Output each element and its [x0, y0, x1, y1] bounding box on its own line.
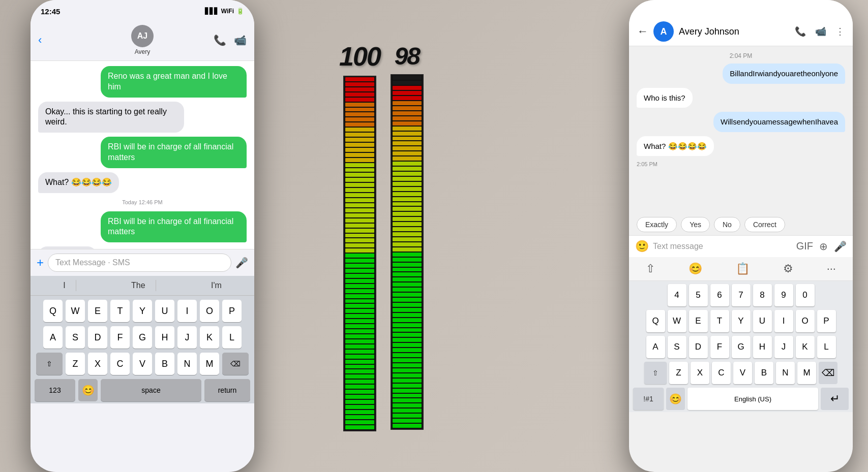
android-key-n[interactable]: N: [776, 362, 795, 384]
android-key-c[interactable]: C: [712, 362, 731, 384]
key-p[interactable]: P: [222, 300, 242, 322]
android-key-d[interactable]: D: [689, 336, 708, 358]
key-l[interactable]: L: [222, 326, 242, 349]
android-emoji-button[interactable]: 🙂: [635, 240, 649, 253]
mic-icon[interactable]: 🎤: [235, 257, 248, 269]
android-key-y[interactable]: Y: [732, 310, 751, 332]
android-key-emoji-b[interactable]: 😊: [666, 388, 685, 410]
key-h[interactable]: H: [155, 326, 174, 349]
key-c[interactable]: C: [110, 353, 130, 375]
key-j[interactable]: J: [177, 326, 197, 349]
key-y[interactable]: Y: [133, 300, 152, 322]
android-attach-icon[interactable]: ⊕: [819, 240, 828, 253]
add-attachment-button[interactable]: +: [37, 256, 44, 270]
android-tool-shift[interactable]: ⇧: [646, 262, 655, 275]
quick-reply-no[interactable]: No: [714, 217, 740, 232]
android-key-sym[interactable]: !#1: [633, 388, 664, 410]
key-b[interactable]: B: [155, 353, 174, 375]
android-key-b[interactable]: B: [755, 362, 773, 384]
key-s[interactable]: S: [66, 326, 85, 349]
predictive-bar: I The I'm: [31, 276, 254, 296]
key-x[interactable]: X: [88, 353, 107, 375]
key-t[interactable]: T: [110, 300, 130, 322]
key-delete[interactable]: ⌫: [222, 353, 249, 375]
android-tool-emoji[interactable]: 😊: [689, 262, 702, 275]
android-key-s[interactable]: S: [668, 336, 686, 358]
android-video-icon[interactable]: 📹: [815, 26, 826, 37]
android-key-l[interactable]: L: [817, 336, 836, 358]
android-key-h[interactable]: H: [753, 336, 772, 358]
android-key-m[interactable]: M: [797, 362, 816, 384]
message-input[interactable]: Text Message · SMS: [48, 254, 231, 272]
key-shift[interactable]: ⇧: [36, 353, 63, 375]
key-space[interactable]: space: [101, 379, 201, 401]
android-mic-icon[interactable]: 🎤: [834, 240, 847, 253]
key-n[interactable]: N: [177, 353, 197, 375]
key-f[interactable]: F: [110, 326, 130, 349]
android-key-f[interactable]: F: [710, 336, 729, 358]
android-key-o[interactable]: O: [796, 310, 815, 332]
android-key-j[interactable]: J: [774, 336, 793, 358]
android-key-a[interactable]: A: [646, 336, 665, 358]
android-key-5[interactable]: 5: [689, 284, 708, 306]
key-m[interactable]: M: [200, 353, 219, 375]
key-emoji[interactable]: 😊: [78, 379, 98, 401]
key-e[interactable]: E: [88, 300, 107, 322]
key-123[interactable]: 123: [35, 379, 75, 401]
key-v[interactable]: V: [133, 353, 152, 375]
android-more-icon[interactable]: ⋮: [835, 26, 845, 37]
android-phone-icon[interactable]: 📞: [795, 26, 806, 37]
android-key-enter[interactable]: ↵: [821, 388, 849, 410]
android-tool-more[interactable]: ···: [827, 262, 836, 275]
key-g[interactable]: G: [133, 326, 152, 349]
android-key-i[interactable]: I: [774, 310, 793, 332]
android-key-q[interactable]: Q: [646, 310, 665, 332]
quick-reply-exactly[interactable]: Exactly: [637, 217, 677, 232]
video-icon[interactable]: 📹: [234, 34, 247, 46]
android-key-space[interactable]: English (US): [687, 388, 818, 410]
message-bubble: What? 😂😂😂😂: [38, 172, 119, 193]
android-key-p[interactable]: P: [817, 310, 836, 332]
back-button[interactable]: ‹: [38, 34, 42, 47]
pred-word-1[interactable]: I: [53, 280, 76, 291]
android-key-t[interactable]: T: [710, 310, 729, 332]
key-q[interactable]: Q: [43, 300, 63, 322]
android-key-0[interactable]: 0: [796, 284, 815, 306]
android-tool-paste[interactable]: 📋: [736, 262, 750, 275]
android-key-z[interactable]: Z: [669, 362, 688, 384]
android-key-x[interactable]: X: [691, 362, 709, 384]
key-w[interactable]: W: [66, 300, 85, 322]
quick-reply-correct[interactable]: Correct: [744, 217, 785, 232]
android-key-g[interactable]: G: [732, 336, 751, 358]
key-i[interactable]: I: [177, 300, 197, 322]
key-z[interactable]: Z: [66, 353, 85, 375]
pred-word-3[interactable]: I'm: [201, 280, 232, 291]
key-u[interactable]: U: [155, 300, 174, 322]
android-key-7[interactable]: 7: [732, 284, 751, 306]
android-key-4[interactable]: 4: [668, 284, 686, 306]
contact-name: Avery: [135, 48, 150, 55]
android-key-delete[interactable]: ⌫: [819, 362, 837, 384]
android-key-w[interactable]: W: [668, 310, 686, 332]
android-key-8[interactable]: 8: [753, 284, 772, 306]
android-key-v[interactable]: V: [733, 362, 752, 384]
pred-word-2[interactable]: The: [121, 280, 156, 291]
kb-row-3: ⇧ Z X C V B N M ⌫: [33, 353, 252, 375]
android-back-button[interactable]: ←: [637, 25, 648, 38]
android-key-9[interactable]: 9: [774, 284, 793, 306]
android-key-k[interactable]: K: [796, 336, 815, 358]
phone-icon[interactable]: 📞: [214, 34, 226, 46]
android-key-e[interactable]: E: [689, 310, 708, 332]
key-o[interactable]: O: [200, 300, 219, 322]
android-tool-settings[interactable]: ⚙: [783, 262, 793, 275]
quick-reply-yes[interactable]: Yes: [681, 217, 710, 232]
android-key-u[interactable]: U: [753, 310, 772, 332]
android-message-input[interactable]: Text message: [653, 242, 792, 251]
android-gif-icon[interactable]: GIF: [796, 240, 813, 253]
key-return[interactable]: return: [204, 379, 250, 401]
key-d[interactable]: D: [88, 326, 107, 349]
key-a[interactable]: A: [43, 326, 63, 349]
android-key-shift[interactable]: ⇧: [644, 362, 667, 384]
android-key-6[interactable]: 6: [710, 284, 729, 306]
key-k[interactable]: K: [200, 326, 219, 349]
